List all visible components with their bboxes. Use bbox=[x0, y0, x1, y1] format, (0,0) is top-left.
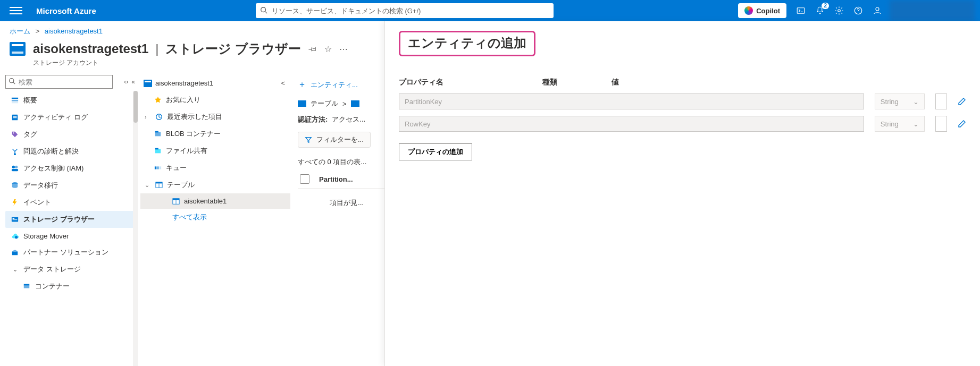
nav-overview[interactable]: 概要 bbox=[5, 92, 135, 109]
prop-value-input[interactable] bbox=[935, 116, 947, 132]
edit-icon[interactable] bbox=[958, 120, 966, 128]
type-value: String bbox=[881, 120, 899, 128]
svg-point-3 bbox=[838, 10, 841, 12]
table-icon bbox=[172, 198, 180, 205]
nav-data-migration[interactable]: データ移行 bbox=[5, 177, 135, 194]
collapse-tree-icon[interactable]: < bbox=[281, 79, 285, 87]
topbar: Microsoft Azure Copilot 2 bbox=[0, 0, 980, 21]
nav-storage-browser[interactable]: ストレージ ブラウザー bbox=[5, 211, 135, 228]
prop-value-input[interactable] bbox=[935, 93, 947, 109]
expand-toggle-icon[interactable]: ‹› bbox=[124, 78, 128, 86]
tree-recent[interactable]: ›最近表示した項目 bbox=[140, 108, 290, 125]
nav-activity-log[interactable]: アクティビティ ログ bbox=[5, 109, 135, 126]
chevron-down-icon: ⌄ bbox=[145, 182, 151, 189]
nav-label: 概要 bbox=[23, 96, 37, 105]
svg-rect-29 bbox=[145, 81, 151, 82]
path-table-label[interactable]: テーブル bbox=[311, 99, 338, 108]
svg-rect-22 bbox=[13, 219, 18, 220]
plus-icon: ＋ bbox=[298, 79, 306, 90]
breadcrumb-resource[interactable]: aisokenstragetest1 bbox=[45, 27, 103, 35]
header-type: 種類 bbox=[542, 78, 601, 87]
svg-rect-33 bbox=[155, 149, 161, 154]
leftnav-search-input[interactable] bbox=[5, 75, 113, 89]
leftnav-search-row: ‹› « bbox=[5, 75, 135, 89]
diagnose-icon bbox=[11, 147, 19, 156]
col-partitionkey[interactable]: Partition... bbox=[319, 175, 353, 183]
feedback-icon[interactable] bbox=[873, 6, 882, 15]
nav-tags[interactable]: タグ bbox=[5, 126, 135, 143]
tree-label: BLOB コンテナー bbox=[166, 129, 221, 139]
auth-label: 認証方法: bbox=[298, 115, 328, 124]
nav-diagnose[interactable]: 問題の診断と解決 bbox=[5, 143, 135, 160]
svg-point-15 bbox=[14, 154, 16, 155]
blob-icon bbox=[154, 130, 162, 138]
filter-pill[interactable]: フィルターを... bbox=[298, 132, 371, 148]
tree-label: キュー bbox=[166, 163, 187, 173]
storage-tree: aisokenstragetest1 < お気に入り ›最近表示した項目 BLO… bbox=[138, 73, 292, 366]
settings-icon[interactable] bbox=[834, 6, 844, 15]
svg-rect-2 bbox=[797, 8, 805, 14]
nav-label: アクセス制御 (IAM) bbox=[23, 164, 83, 173]
svg-rect-25 bbox=[13, 250, 16, 252]
type-value: String bbox=[881, 98, 899, 106]
pin-icon[interactable] bbox=[308, 45, 317, 53]
property-row-partitionkey: String ⌄ bbox=[399, 93, 966, 109]
iam-icon bbox=[11, 164, 19, 173]
tree-table-entry[interactable]: aisokentable1 bbox=[140, 193, 290, 209]
add-property-button[interactable]: プロパティの追加 bbox=[399, 143, 472, 160]
collapse-nav-icon[interactable]: « bbox=[131, 78, 135, 86]
tree-blob[interactable]: BLOB コンテナー bbox=[140, 125, 290, 142]
account-area[interactable] bbox=[890, 0, 975, 21]
global-search-input[interactable] bbox=[256, 3, 554, 18]
tree-table[interactable]: ⌄テーブル bbox=[140, 176, 290, 193]
nav-iam[interactable]: アクセス制御 (IAM) bbox=[5, 160, 135, 177]
title-separator: | bbox=[155, 41, 158, 56]
nav-storage-mover[interactable]: Storage Mover bbox=[5, 228, 135, 244]
svg-rect-18 bbox=[12, 169, 18, 171]
global-search bbox=[256, 3, 554, 18]
nav-containers[interactable]: コンテナー bbox=[5, 278, 135, 295]
nav-label: Storage Mover bbox=[23, 232, 69, 240]
copilot-button[interactable]: Copilot bbox=[738, 3, 786, 18]
tree-queue[interactable]: キュー bbox=[140, 159, 290, 176]
menu-toggle[interactable] bbox=[10, 4, 22, 17]
svg-rect-27 bbox=[24, 284, 30, 286]
more-icon[interactable]: ⋯ bbox=[339, 44, 348, 54]
nav-data-storage-group[interactable]: ⌄データ ストレージ bbox=[5, 261, 135, 278]
chevron-down-icon: ⌄ bbox=[11, 265, 19, 274]
tree-root[interactable]: aisokenstragetest1 bbox=[144, 79, 213, 87]
prop-type-select: String ⌄ bbox=[875, 93, 925, 109]
add-entity-cmd[interactable]: エンティティ... bbox=[311, 80, 358, 90]
chevron-right-icon: › bbox=[145, 114, 151, 120]
edit-icon[interactable] bbox=[958, 97, 966, 106]
breadcrumb-sep: > bbox=[342, 100, 347, 108]
leftnav-scrollbar[interactable] bbox=[133, 91, 138, 366]
cloud-shell-icon[interactable] bbox=[796, 6, 806, 15]
favorite-icon[interactable]: ☆ bbox=[324, 44, 332, 54]
svg-rect-24 bbox=[12, 251, 18, 255]
panel-title-highlight: エンティティの追加 bbox=[399, 31, 535, 56]
notification-badge: 2 bbox=[822, 3, 829, 9]
tree-header: aisokenstragetest1 < bbox=[140, 77, 290, 91]
top-icon-bar: 2 bbox=[796, 6, 882, 15]
tree-label: すべて表示 bbox=[172, 212, 207, 222]
nav-partner-solutions[interactable]: パートナー ソリューション bbox=[5, 244, 135, 261]
nav-events[interactable]: イベント bbox=[5, 194, 135, 211]
header-name: プロパティ名 bbox=[399, 78, 532, 87]
breadcrumb-home[interactable]: ホーム bbox=[10, 27, 30, 35]
svg-rect-34 bbox=[155, 148, 158, 150]
tree-fileshare[interactable]: ファイル共有 bbox=[140, 142, 290, 159]
tree-root-label: aisokenstragetest1 bbox=[155, 79, 213, 87]
tree-favorites[interactable]: お気に入り bbox=[140, 91, 290, 108]
select-all-checkbox[interactable] bbox=[300, 174, 309, 184]
notifications-icon[interactable]: 2 bbox=[815, 6, 825, 15]
title-resource: aisokenstragetest1 bbox=[33, 41, 148, 56]
help-icon[interactable] bbox=[853, 6, 863, 15]
nav-label: イベント bbox=[23, 198, 51, 207]
copilot-icon bbox=[744, 6, 753, 15]
tree-show-all[interactable]: すべて表示 bbox=[140, 209, 290, 226]
svg-rect-37 bbox=[160, 166, 162, 169]
filter-label: フィルターを... bbox=[316, 135, 364, 144]
nav-label: タグ bbox=[23, 130, 37, 139]
property-headers: プロパティ名 種類 値 bbox=[399, 78, 966, 87]
